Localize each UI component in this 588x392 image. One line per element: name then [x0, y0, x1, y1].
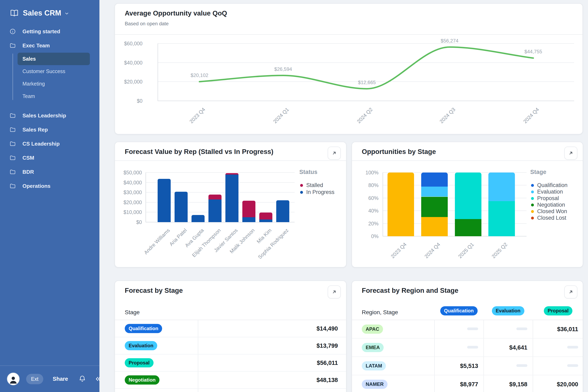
- page: Sales CRM Getting startedExec TeamSalesC…: [0, 0, 588, 392]
- point-value-label: $44,755: [524, 48, 542, 55]
- sidebar-item-customer-success[interactable]: Customer Success: [18, 65, 90, 78]
- share-button[interactable]: Share: [53, 376, 68, 382]
- x-axis-tick-label: Sophia Rodriguez: [257, 228, 289, 260]
- legend-title: Status: [299, 169, 318, 176]
- x-axis-tick-label: 2024 Q3: [438, 106, 456, 124]
- empty-value-dash: [516, 328, 527, 330]
- card-avg-opportunity-value: Average Opportunity value QoQ Based on o…: [114, 3, 583, 134]
- region-pill: APAC: [362, 324, 383, 334]
- forecast-value: $36,011: [557, 326, 578, 332]
- notifications-bell-icon[interactable]: [78, 375, 86, 382]
- forecast-value: $5,513: [460, 362, 478, 369]
- sidebar-item-sales-leadership[interactable]: Sales Leadership: [0, 108, 100, 123]
- workspace-switcher[interactable]: Sales CRM: [0, 0, 100, 18]
- empty-value-dash: [467, 346, 478, 348]
- y-axis-tick-label: 20%: [352, 221, 378, 226]
- forecast-cell: $20,000: [533, 381, 578, 388]
- sidebar-item-label: BDR: [22, 169, 34, 175]
- forecast-cell: [484, 327, 527, 331]
- bar-segment: [226, 174, 238, 222]
- point-value-label: $26,594: [274, 66, 292, 72]
- point-value-label: $56,274: [441, 38, 458, 44]
- sidebar-item-bdr[interactable]: BDR: [0, 165, 100, 179]
- gridline: [158, 101, 574, 101]
- sidebar-item-cs-leadership[interactable]: CS Leadership: [0, 137, 100, 151]
- sidebar-item-sales[interactable]: Sales: [18, 53, 90, 65]
- x-axis-tick-label: 2025 Q1: [457, 242, 475, 259]
- line-series: [115, 4, 583, 134]
- forecast-cell: $9,158: [484, 381, 527, 388]
- forecast-cell: [533, 346, 578, 349]
- collapse-sidebar-icon[interactable]: [94, 376, 102, 382]
- table-row: Evaluation$13,799: [115, 337, 346, 354]
- sidebar-item-csm[interactable]: CSM: [0, 151, 100, 165]
- sidebar-item-team[interactable]: Team: [18, 90, 90, 102]
- card-title: Average Opportunity value QoQ: [125, 10, 227, 17]
- empty-value-dash: [567, 346, 578, 348]
- x-axis-tick-label: Elijah Thompson: [191, 228, 222, 258]
- y-axis-tick-label: $30,000: [115, 190, 142, 195]
- legend-item: Negotiation: [531, 202, 565, 208]
- nav-gap: [0, 102, 100, 108]
- legend-dot: [531, 216, 534, 220]
- table-row: Proposal$56,011: [115, 354, 346, 371]
- column-header-pill-qualification: Qualification: [440, 306, 478, 316]
- table-row: Negotiation$48,138: [115, 371, 346, 388]
- sidebar-item-sales-rep[interactable]: Sales Rep: [0, 123, 100, 137]
- forecast-cell: [434, 346, 478, 349]
- expand-button[interactable]: [328, 146, 341, 160]
- sidebar-item-label: Getting started: [22, 28, 60, 35]
- bar-segment: [192, 215, 204, 222]
- stage-pill: Negotiation: [125, 376, 160, 385]
- expand-button[interactable]: [564, 286, 578, 298]
- forecast-cell: [484, 364, 527, 368]
- folder-icon: [10, 112, 16, 119]
- sidebar-item-exec-team[interactable]: Exec Team: [0, 38, 100, 53]
- y-axis-line: [146, 172, 146, 222]
- forecast-value: $13,799: [316, 342, 338, 349]
- bar-segment: [488, 201, 515, 236]
- sidebar-item-operations[interactable]: Operations: [0, 179, 100, 193]
- table-row: Closed Won: [115, 388, 346, 392]
- forecast-cell: $4,641: [484, 344, 527, 351]
- y-axis-tick-label: 80%: [352, 182, 378, 188]
- sidebar-item-marketing[interactable]: Marketing: [18, 78, 90, 90]
- y-axis-tick-label: 40%: [352, 208, 378, 213]
- y-axis-tick-label: $20,000: [115, 200, 142, 205]
- x-axis-tick-label: 2024 Q4: [522, 106, 540, 124]
- legend-label: Closed Lost: [537, 215, 566, 221]
- bar-segment: [455, 219, 482, 236]
- table-row: NAMER$8,977$9,158$20,000: [352, 375, 583, 392]
- forecast-value: $56,011: [317, 360, 338, 366]
- bar-segment: [421, 197, 448, 217]
- bar-segment: [276, 200, 289, 222]
- forecast-value: $8,977: [460, 381, 478, 388]
- x-axis-tick-label: 2024 Q4: [424, 242, 441, 259]
- bar-segment: [242, 217, 256, 222]
- card-opportunities-by-stage: Opportunities by Stage 0%20%40%60%80%100…: [352, 142, 583, 268]
- avatar[interactable]: [7, 372, 20, 385]
- card-forecast-by-rep: Forecast Value by Rep (Stalled vs In Pro…: [114, 142, 346, 268]
- card-title: Forecast Value by Rep (Stalled vs In Pro…: [125, 148, 274, 156]
- empty-value-dash: [516, 364, 527, 367]
- column-header-pill-evaluation: Evaluation: [492, 306, 524, 316]
- y-axis-tick-label: 0%: [352, 234, 378, 239]
- forecast-value: $9,158: [509, 381, 527, 388]
- stage-pill: Evaluation: [125, 341, 157, 350]
- expand-button[interactable]: [328, 286, 341, 298]
- legend-item: Proposal: [531, 195, 559, 202]
- sidebar-item-getting-started[interactable]: Getting started: [0, 24, 100, 38]
- point-value-label: $12,665: [358, 80, 376, 86]
- legend-dot: [300, 191, 303, 194]
- sidebar-subitems: SalesCustomer SuccessMarketingTeam: [0, 53, 100, 102]
- legend-label: Closed Won: [537, 208, 567, 214]
- forecast-cell: $5,513: [434, 362, 478, 369]
- card-title: Forecast by Stage: [125, 287, 183, 294]
- expand-button[interactable]: [564, 146, 578, 160]
- bar-segment: [208, 200, 222, 222]
- sidebar-item-label: Marketing: [22, 81, 45, 87]
- ext-button[interactable]: Ext: [26, 374, 43, 384]
- folder-icon: [10, 169, 16, 176]
- card-title: Forecast by Region and Stage: [362, 287, 458, 294]
- bar-segment: [455, 172, 482, 219]
